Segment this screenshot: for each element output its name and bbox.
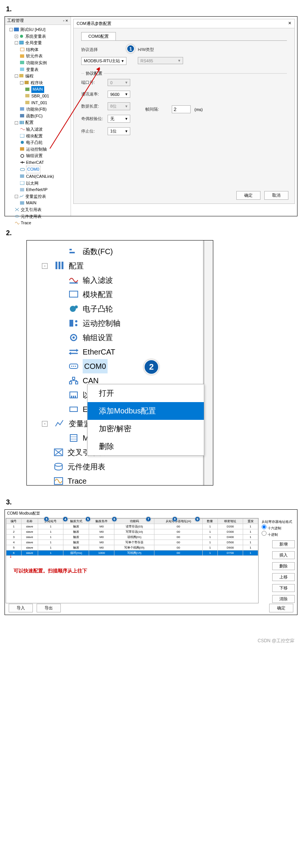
btn-ok[interactable]: 确定 [269, 604, 293, 612]
svg-point-55 [55, 463, 62, 466]
svg-rect-36 [69, 320, 73, 327]
modbus-grid[interactable]: 编号名称从站站号触发方式触发条件功能码从站寄存器地址(H)数量映射地址重发1sl… [6, 518, 259, 603]
tree-xref[interactable]: 交叉引用表 [6, 207, 70, 213]
svg-rect-19 [20, 147, 24, 151]
tree-title-bar: 工程管理▫ ✕ [5, 17, 71, 25]
tree-module[interactable]: 模块配置 [6, 133, 70, 140]
close-icon[interactable]: ✕ [288, 21, 291, 26]
svg-rect-23 [20, 181, 24, 185]
cancel-button[interactable]: 取消 [264, 191, 288, 200]
menu-delete[interactable]: 删除 [88, 438, 204, 455]
data-select: 8位▾ [108, 102, 130, 110]
tree-main[interactable]: MAIN [6, 86, 70, 93]
s2-com0[interactable]: COM0 [31, 359, 213, 373]
tree-sysvar[interactable]: +系统变量表 [6, 33, 70, 40]
btn-export[interactable]: 导出 [37, 604, 61, 612]
svg-rect-21 [20, 168, 25, 171]
section-1: 工程管理▫ ✕ -测试5U [H5U] +系统变量表 -全局变量 结构体 软元件… [5, 16, 297, 216]
tree-axis[interactable]: 轴组设置 [6, 153, 70, 159]
svg-rect-30 [59, 262, 60, 269]
tree-fb[interactable]: 功能块(FB) [6, 106, 70, 113]
tree-fc[interactable]: 函数(FC) [6, 113, 70, 120]
tree-trace[interactable]: Trace [6, 220, 70, 227]
svg-rect-10 [25, 94, 29, 97]
ok-button[interactable]: 确定 [236, 191, 260, 200]
badge-4: 4 [63, 516, 68, 522]
btn-import[interactable]: 导入 [9, 604, 33, 612]
tree-mon-main[interactable]: MAIN [6, 200, 70, 207]
menu-add-modbus[interactable]: 添加Modbus配置 [88, 402, 204, 420]
proto-cfg-legend: 协议配置 [84, 71, 104, 76]
radio-hex[interactable]: 十六进制 [262, 526, 281, 530]
svg-rect-12 [20, 107, 24, 111]
s2-trace[interactable]: Trace [31, 474, 213, 486]
tree-root[interactable]: -测试5U [H5U] [6, 26, 70, 33]
stop-select[interactable]: 1位▾ [108, 127, 130, 135]
tree-progblock[interactable]: -程序块 [6, 80, 70, 86]
tree-cam[interactable]: 电子凸轮 [6, 139, 70, 146]
down-arrow-icon: ↓ [9, 552, 12, 559]
btn-clear[interactable]: 清除 [272, 595, 295, 603]
radio-dec[interactable]: 十进制 [262, 533, 278, 537]
btn-new[interactable]: 新增 [272, 540, 295, 548]
tree-fbinst[interactable]: 功能块实例 [6, 60, 70, 66]
s2-usage[interactable]: 元件使用表 [31, 459, 213, 474]
svg-rect-2 [19, 41, 23, 44]
tree-usage[interactable]: 元件使用表 [6, 213, 70, 220]
tree-eth[interactable]: 以太网 [6, 180, 70, 187]
svg-point-18 [21, 141, 24, 144]
tree-program[interactable]: -编程 [6, 73, 70, 80]
port-select: 0▾ [108, 79, 130, 86]
s2-infilter[interactable]: 输入滤波 [31, 273, 213, 287]
tree-com0[interactable]: COM0 [6, 166, 70, 173]
menu-open[interactable]: 打开 [88, 384, 204, 402]
btn-up[interactable]: 上移 [272, 573, 295, 581]
s2-ethercat[interactable]: EtherCAT [31, 345, 213, 359]
menu-encrypt[interactable]: 加密/解密 [88, 420, 204, 438]
s2-config[interactable]: -配置 [31, 259, 213, 273]
tree-globalvar[interactable]: -全局变量 [6, 40, 70, 46]
btn-down[interactable]: 下移 [272, 584, 295, 592]
badge-5: 5 [85, 516, 91, 522]
interval-label: 帧间隔: [145, 106, 168, 112]
btn-insert[interactable]: 插入 [272, 551, 295, 559]
footer-credit: CSDN @工控空穽 [0, 623, 302, 652]
s2-module[interactable]: 模块配置 [31, 287, 213, 302]
s2-fc[interactable]: 函数(FC) [31, 244, 213, 259]
svg-point-37 [75, 320, 77, 322]
svg-rect-9 [25, 88, 29, 91]
badge-6: 6 [112, 516, 117, 522]
svg-rect-7 [19, 74, 23, 77]
interval-input[interactable] [172, 105, 191, 113]
svg-rect-28 [69, 252, 75, 253]
s2-motion[interactable]: 运动控制轴 [31, 316, 213, 330]
tree-motion[interactable]: 运动控制轴 [6, 146, 70, 153]
proto-select[interactable]: MODBUS-RTU主站▾ [81, 57, 126, 65]
svg-point-20 [21, 154, 24, 157]
tree-softdev[interactable]: 软元件表 [6, 53, 70, 60]
section-2: 函数(FC) -配置 输入滤波 模块配置 电子凸轮 运动控制轴 轴组设置 Eth… [26, 240, 213, 486]
svg-rect-0 [14, 28, 19, 31]
tab-com0[interactable]: COM0配置 [81, 32, 116, 40]
tree-vartable[interactable]: 变量表 [6, 66, 70, 73]
baud-select[interactable]: 9600▾ [108, 91, 130, 98]
scrollbar-area[interactable] [203, 241, 213, 485]
s2-cam[interactable]: 电子凸轮 [31, 302, 213, 316]
svg-rect-29 [55, 262, 57, 269]
s2-axis[interactable]: 轴组设置 [31, 330, 213, 345]
tree-struct[interactable]: 结构体 [6, 46, 70, 53]
svg-rect-11 [25, 101, 29, 104]
svg-rect-49 [71, 396, 72, 398]
tree-config[interactable]: -配置 [6, 119, 70, 126]
tree-monitor[interactable]: -变量监控表 [6, 193, 70, 200]
badge-1: 1 [126, 45, 135, 53]
tree-sbr001[interactable]: SBR_001 [6, 93, 70, 100]
tree-ethercat[interactable]: EtherCAT [6, 159, 70, 166]
s3-title: COM0 Modbus配置 [5, 510, 297, 517]
tree-ethip[interactable]: EtherNet/IP [6, 187, 70, 193]
tree-int001[interactable]: INT_001 [6, 100, 70, 106]
tree-can[interactable]: CAN(CANLink) [6, 173, 70, 180]
btn-delete[interactable]: 删除 [272, 562, 295, 570]
svg-point-35 [75, 305, 78, 308]
parity-select[interactable]: 无▾ [108, 115, 130, 123]
